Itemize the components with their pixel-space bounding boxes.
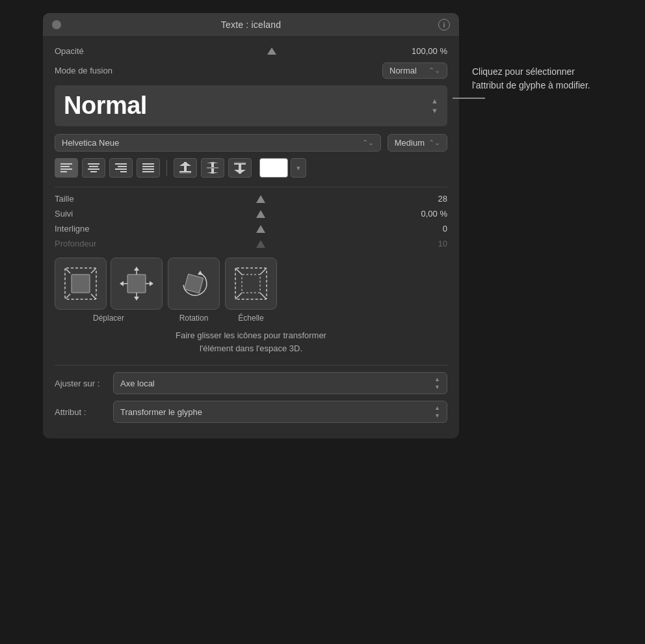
deplacer-group: Déplacer [55, 258, 163, 323]
echelle-button[interactable] [225, 258, 277, 310]
profondeur-slider [120, 240, 402, 248]
rotation-label: Rotation [179, 314, 209, 323]
svg-rect-12 [142, 163, 154, 165]
section-divider-2 [55, 365, 447, 366]
svg-marker-37 [134, 267, 139, 271]
profondeur-label: Profondeur [55, 239, 120, 248]
interligne-slider[interactable] [120, 225, 402, 233]
valign-top-button[interactable] [174, 158, 197, 178]
svg-rect-2 [60, 168, 72, 170]
svg-rect-1 [60, 166, 70, 167]
ajuster-label: Ajuster sur : [55, 379, 113, 388]
svg-rect-9 [118, 166, 127, 167]
attribut-chevrons: ▲ ▼ [434, 405, 440, 419]
opacity-slider-icon[interactable] [267, 47, 276, 55]
normal-big-selector[interactable]: Normal ▲ ▼ [55, 85, 447, 126]
echelle-group: Échelle [225, 258, 277, 323]
callout-tooltip: Cliquez pour sélectionner l'attribut de … [472, 65, 602, 92]
rotation-button[interactable] [168, 258, 220, 310]
color-picker-button[interactable] [259, 158, 288, 178]
interligne-slider-icon[interactable] [256, 225, 265, 233]
attribut-row: Attribut : Transformer le glyphe ▲ ▼ [55, 401, 447, 423]
taille-slider-icon[interactable] [256, 195, 265, 203]
panel-content: Opacité 100,00 % Mode de fusion Normal ⌃… [43, 37, 459, 438]
svg-marker-21 [207, 162, 218, 163]
font-weight-value: Medium [395, 138, 425, 148]
deplacer-button-1[interactable] [55, 258, 107, 310]
weight-chevron: ⌃⌄ [428, 139, 440, 147]
svg-rect-8 [115, 163, 127, 165]
svg-rect-5 [89, 166, 98, 167]
traffic-light-button[interactable] [52, 20, 61, 29]
svg-line-32 [91, 269, 96, 273]
svg-rect-22 [207, 167, 218, 168]
color-dropdown-button[interactable]: ▾ [291, 158, 306, 178]
suivi-label: Suivi [55, 209, 120, 219]
suivi-row: Suivi 0,00 % [55, 209, 447, 219]
rotation-group: Rotation [168, 258, 220, 323]
font-name-value: Helvetica Neue [62, 138, 119, 148]
fusion-chevron: ⌃⌄ [428, 66, 440, 75]
attribut-label: Attribut : [55, 407, 113, 417]
svg-rect-6 [88, 168, 99, 170]
interligne-label: Interligne [55, 224, 120, 234]
fusion-mode-row: Mode de fusion Normal ⌃⌄ [55, 62, 447, 79]
svg-rect-0 [60, 163, 72, 165]
taille-row: Taille 28 [55, 194, 447, 204]
svg-rect-30 [72, 275, 90, 293]
svg-marker-43 [150, 281, 153, 286]
font-weight-selector[interactable]: Medium ⌃⌄ [388, 134, 447, 152]
svg-rect-11 [120, 171, 127, 172]
section-divider-1 [55, 187, 447, 187]
align-center-button[interactable] [82, 158, 105, 178]
fusion-label: Mode de fusion [55, 66, 139, 75]
taille-label: Taille [55, 194, 120, 204]
transform-buttons-row: Déplacer Rotation [55, 258, 447, 323]
ajuster-select[interactable]: Axe local ▲ ▼ [113, 372, 447, 394]
ajuster-row: Ajuster sur : Axe local ▲ ▼ [55, 372, 447, 394]
svg-rect-15 [142, 171, 154, 172]
fusion-dropdown[interactable]: Normal ⌃⌄ [382, 62, 447, 79]
svg-marker-45 [198, 271, 203, 275]
svg-rect-10 [115, 168, 127, 170]
taille-slider[interactable] [120, 195, 402, 203]
svg-line-34 [91, 294, 96, 299]
font-row: Helvetica Neue ⌃⌄ Medium ⌃⌄ [55, 134, 447, 152]
align-left-button[interactable] [55, 158, 78, 178]
valign-middle-button[interactable] [201, 158, 224, 178]
svg-rect-4 [88, 163, 99, 165]
svg-rect-13 [142, 166, 154, 167]
suivi-slider-icon[interactable] [256, 210, 265, 218]
svg-rect-19 [179, 172, 191, 174]
attribut-value: Transformer le glyphe [120, 407, 202, 417]
hint-text: Faire glisser les icônes pour transforme… [55, 329, 447, 355]
normal-big-text: Normal [64, 92, 147, 120]
svg-rect-44 [184, 274, 203, 293]
align-justify-button[interactable] [137, 158, 160, 178]
align-right-button[interactable] [109, 158, 133, 178]
svg-marker-39 [134, 297, 139, 301]
interligne-row: Interligne 0 [55, 224, 447, 234]
valign-bottom-button[interactable] [228, 158, 252, 178]
svg-rect-18 [179, 171, 191, 172]
taille-value: 28 [402, 194, 447, 204]
svg-rect-7 [90, 171, 97, 172]
ajuster-chevrons: ▲ ▼ [434, 376, 440, 390]
svg-line-33 [66, 294, 70, 299]
attribut-select[interactable]: Transformer le glyphe ▲ ▼ [113, 401, 447, 423]
svg-marker-28 [234, 170, 246, 174]
interligne-value: 0 [402, 224, 447, 234]
svg-line-50 [235, 293, 242, 299]
svg-line-48 [235, 268, 242, 275]
info-button[interactable]: i [438, 19, 450, 31]
svg-rect-35 [127, 275, 146, 293]
deplacer-button-2[interactable] [111, 258, 163, 310]
fusion-value: Normal [389, 66, 417, 75]
svg-rect-14 [142, 168, 154, 170]
suivi-slider[interactable] [120, 210, 402, 218]
deplacer-label: Déplacer [93, 314, 124, 323]
suivi-value: 0,00 % [402, 209, 447, 219]
font-chevron: ⌃⌄ [362, 139, 374, 147]
font-name-selector[interactable]: Helvetica Neue ⌃⌄ [55, 134, 381, 152]
svg-rect-3 [60, 171, 67, 172]
